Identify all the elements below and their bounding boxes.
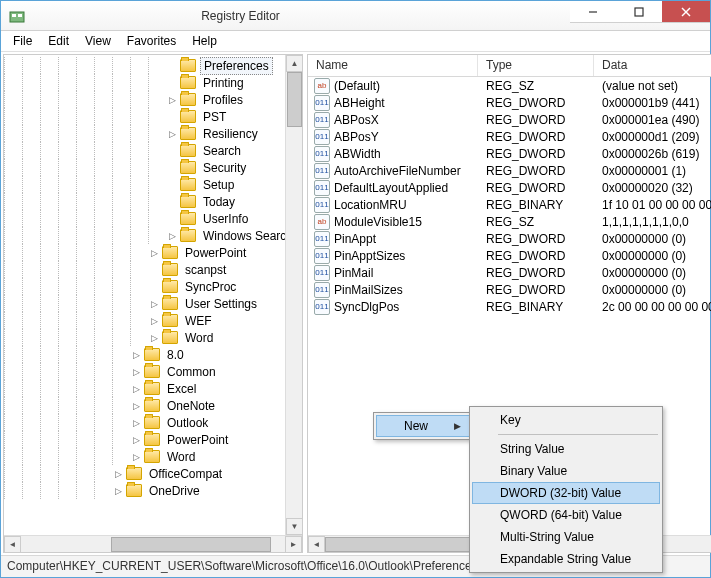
tree-expander-icon[interactable]: ▷ — [130, 417, 142, 429]
tree-item[interactable]: PST — [4, 108, 285, 125]
list-row[interactable]: 011DefaultLayoutAppliedREG_DWORD0x000000… — [308, 179, 711, 196]
tree-expander-icon[interactable]: ▷ — [130, 400, 142, 412]
tree-horizontal-scrollbar[interactable]: ◄ ► — [4, 535, 302, 552]
minimize-button[interactable] — [570, 1, 616, 23]
close-button[interactable] — [662, 1, 710, 23]
tree-item[interactable]: Today — [4, 193, 285, 210]
tree-expander-icon[interactable]: ▷ — [130, 434, 142, 446]
menu-file[interactable]: File — [5, 32, 40, 50]
tree-item[interactable]: ▷PowerPoint — [4, 431, 285, 448]
column-header-data[interactable]: Data — [594, 55, 711, 76]
folder-icon — [144, 416, 160, 429]
context-submenu-new[interactable]: KeyString ValueBinary ValueDWORD (32-bit… — [469, 406, 663, 573]
scroll-left-icon[interactable]: ◄ — [308, 536, 325, 553]
list-row[interactable]: 011ABHeightREG_DWORD0x000001b9 (441) — [308, 94, 711, 111]
tree-item[interactable]: ▷Profiles — [4, 91, 285, 108]
scroll-down-icon[interactable]: ▼ — [286, 518, 303, 535]
tree-expander-icon[interactable]: ▷ — [130, 349, 142, 361]
tree-item[interactable]: ▷Outlook — [4, 414, 285, 431]
tree-item[interactable]: ▷PowerPoint — [4, 244, 285, 261]
list-row[interactable]: 011PinApptSizesREG_DWORD0x00000000 (0) — [308, 247, 711, 264]
tree-item[interactable]: ▷Excel — [4, 380, 285, 397]
value-data: 0x00000000 (0) — [594, 283, 711, 297]
tree-item[interactable]: scanpst — [4, 261, 285, 278]
tree-expander-icon[interactable]: ▷ — [148, 298, 160, 310]
list-row[interactable]: 011ABPosYREG_DWORD0x000000d1 (209) — [308, 128, 711, 145]
tree-expander-icon[interactable]: ▷ — [112, 468, 124, 480]
tree-item[interactable]: ▷Windows Search — [4, 227, 285, 244]
tree-item[interactable]: ▷User Settings — [4, 295, 285, 312]
list-row[interactable]: 011PinApptREG_DWORD0x00000000 (0) — [308, 230, 711, 247]
scroll-up-icon[interactable]: ▲ — [286, 55, 303, 72]
tree-item[interactable]: ▷Word — [4, 448, 285, 465]
tree-item[interactable]: Preferences — [4, 57, 285, 74]
tree-item-label: SyncProc — [182, 279, 239, 295]
list-row[interactable]: 011PinMailSizesREG_DWORD0x00000000 (0) — [308, 281, 711, 298]
tree-item[interactable]: ▷WEF — [4, 312, 285, 329]
tree-expander-icon[interactable]: ▷ — [130, 451, 142, 463]
list-row[interactable]: 011SyncDlgPosREG_BINARY2c 00 00 00 00 00… — [308, 298, 711, 315]
tree-item[interactable]: ▷Word — [4, 329, 285, 346]
column-header-type[interactable]: Type — [478, 55, 594, 76]
list-row[interactable]: 011PinMailREG_DWORD0x00000000 (0) — [308, 264, 711, 281]
tree-item[interactable]: Search — [4, 142, 285, 159]
key-tree[interactable]: PreferencesPrinting▷ProfilesPST▷Resilien… — [4, 55, 285, 535]
tree-expander-icon[interactable]: ▷ — [166, 230, 178, 242]
tree-item[interactable]: ▷OneDrive — [4, 482, 285, 499]
context-item[interactable]: Expandable String Value — [472, 548, 660, 570]
context-item[interactable]: QWORD (64-bit) Value — [472, 504, 660, 526]
context-item[interactable]: Binary Value — [472, 460, 660, 482]
tree-expander-icon[interactable]: ▷ — [148, 332, 160, 344]
tree-expander-icon[interactable]: ▷ — [130, 383, 142, 395]
tree-expander-icon[interactable]: ▷ — [166, 128, 178, 140]
tree-item[interactable]: Printing — [4, 74, 285, 91]
value-type: REG_DWORD — [478, 113, 594, 127]
list-row[interactable]: abModuleVisible15REG_SZ1,1,1,1,1,1,1,0,0 — [308, 213, 711, 230]
value-type: REG_DWORD — [478, 181, 594, 195]
tree-vertical-scrollbar[interactable]: ▲ ▼ — [285, 55, 302, 535]
tree-item[interactable]: Setup — [4, 176, 285, 193]
tree-item[interactable]: ▷Resiliency — [4, 125, 285, 142]
value-data: 2c 00 00 00 00 00 00 00 — [594, 300, 711, 314]
menu-view[interactable]: View — [77, 32, 119, 50]
tree-expander-icon[interactable]: ▷ — [112, 485, 124, 497]
folder-icon — [180, 161, 196, 174]
tree-item[interactable]: SyncProc — [4, 278, 285, 295]
values-list[interactable]: ab(Default)REG_SZ(value not set)011ABHei… — [308, 77, 711, 315]
tree-item-label: scanpst — [182, 262, 229, 278]
scroll-thumb[interactable] — [111, 537, 271, 552]
list-row[interactable]: 011LocationMRUREG_BINARY1f 10 01 00 00 0… — [308, 196, 711, 213]
list-row[interactable]: 011ABWidthREG_DWORD0x0000026b (619) — [308, 145, 711, 162]
maximize-button[interactable] — [616, 1, 662, 23]
tree-item[interactable]: ▷OneNote — [4, 397, 285, 414]
tree-item[interactable]: ▷8.0 — [4, 346, 285, 363]
value-name: ABWidth — [334, 147, 381, 161]
tree-expander-icon[interactable]: ▷ — [166, 94, 178, 106]
scroll-left-icon[interactable]: ◄ — [4, 536, 21, 553]
list-row[interactable]: 011ABPosXREG_DWORD0x000001ea (490) — [308, 111, 711, 128]
context-item[interactable]: String Value — [472, 438, 660, 460]
tree-item-label: Today — [200, 194, 238, 210]
list-row[interactable]: ab(Default)REG_SZ(value not set) — [308, 77, 711, 94]
menu-favorites[interactable]: Favorites — [119, 32, 184, 50]
scroll-right-icon[interactable]: ► — [285, 536, 302, 553]
tree-expander-icon[interactable]: ▷ — [148, 315, 160, 327]
column-header-name[interactable]: Name — [308, 55, 478, 76]
tree-item[interactable]: Security — [4, 159, 285, 176]
tree-expander-icon[interactable]: ▷ — [130, 366, 142, 378]
scroll-thumb[interactable] — [287, 72, 302, 127]
list-row[interactable]: 011AutoArchiveFileNumberREG_DWORD0x00000… — [308, 162, 711, 179]
tree-expander-icon[interactable]: ▷ — [148, 247, 160, 259]
tree-item[interactable]: ▷Common — [4, 363, 285, 380]
context-item[interactable]: Key — [472, 409, 660, 431]
menu-help[interactable]: Help — [184, 32, 225, 50]
tree-item[interactable]: UserInfo — [4, 210, 285, 227]
context-item[interactable]: DWORD (32-bit) Value — [472, 482, 660, 504]
context-new[interactable]: New ▶ — [376, 415, 470, 437]
menu-edit[interactable]: Edit — [40, 32, 77, 50]
context-menu[interactable]: New ▶ — [373, 412, 473, 440]
menubar: File Edit View Favorites Help — [1, 31, 710, 52]
context-item[interactable]: Multi-String Value — [472, 526, 660, 548]
tree-item[interactable]: ▷OfficeCompat — [4, 465, 285, 482]
tree-item-label: OneNote — [164, 398, 218, 414]
